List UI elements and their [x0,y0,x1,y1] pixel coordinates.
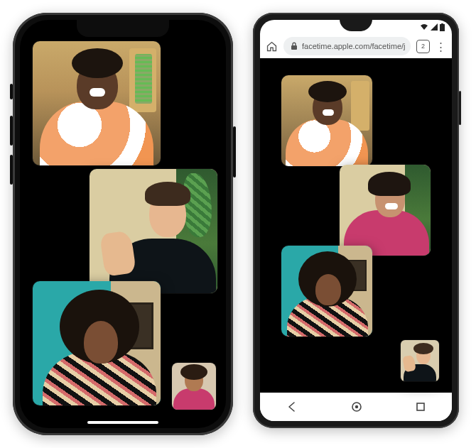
svg-rect-2 [291,45,297,50]
svg-rect-1 [441,23,443,25]
iphone-device-frame [13,13,233,435]
self-view-tile[interactable] [401,340,439,381]
url-text: facetime.apple.com/facetime/j [302,42,406,50]
volume-down-button[interactable] [10,155,13,185]
iphone-screen [20,20,226,428]
facetime-call-stage [20,20,226,428]
tab-switcher[interactable]: 2 [416,40,430,53]
self-view-tile[interactable] [172,363,216,410]
volume-up-button[interactable] [10,116,13,146]
svg-rect-5 [417,403,424,410]
recents-button[interactable] [416,402,426,412]
power-button[interactable] [459,91,461,125]
home-icon[interactable] [266,40,278,53]
side-button[interactable] [233,126,236,177]
video-tile-participant-1[interactable] [281,75,372,166]
facetime-web-stage [260,58,452,393]
browser-toolbar: facetime.apple.com/facetime/j 2 ⋮ [260,34,452,58]
wifi-icon [420,23,428,31]
svg-rect-0 [440,24,445,31]
tab-count-value: 2 [421,43,425,50]
video-tile-participant-2[interactable] [340,165,431,256]
video-tile-participant-1[interactable] [33,41,161,165]
home-indicator[interactable] [87,421,158,424]
mute-switch[interactable] [10,84,13,99]
notch [77,20,169,37]
address-bar[interactable]: facetime.apple.com/facetime/j [283,37,411,55]
video-tile-participant-2[interactable] [90,169,217,293]
more-menu-icon[interactable]: ⋮ [436,41,446,52]
android-screen: facetime.apple.com/facetime/j 2 ⋮ [260,20,452,421]
video-tile-participant-3[interactable] [281,246,372,337]
navigation-bar [260,393,452,421]
android-device-frame: facetime.apple.com/facetime/j 2 ⋮ [253,13,459,428]
home-button[interactable] [350,400,363,413]
lock-icon [291,42,298,50]
back-button[interactable] [286,401,298,413]
svg-point-4 [355,405,358,408]
signal-icon [431,23,438,31]
video-tile-participant-3[interactable] [33,281,161,405]
battery-icon [440,23,445,31]
